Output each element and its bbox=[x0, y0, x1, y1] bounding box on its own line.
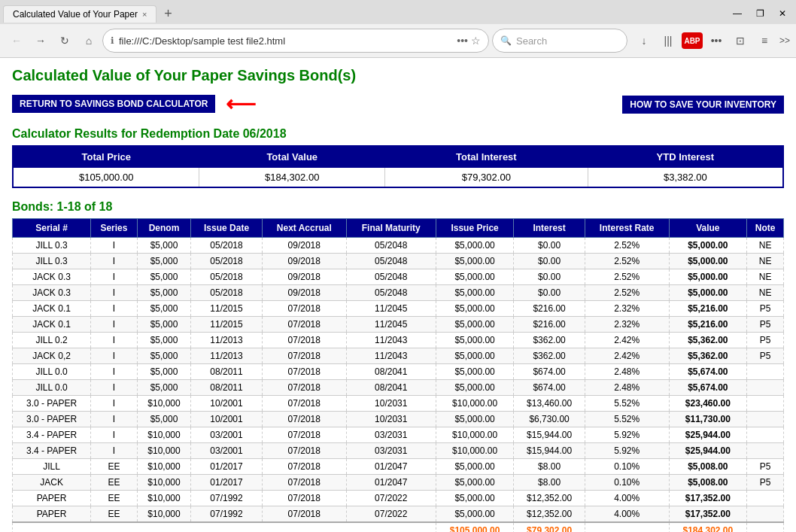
cell-3: 08/2011 bbox=[191, 364, 262, 380]
cell-value: $25,944.00 bbox=[669, 427, 747, 443]
arrow-decoration: ⟵ bbox=[226, 92, 256, 117]
cell-3: 07/1992 bbox=[191, 506, 262, 523]
cell-10 bbox=[747, 506, 784, 523]
forward-button[interactable]: → bbox=[30, 30, 51, 51]
cell-4: 07/2018 bbox=[262, 427, 346, 443]
cell-7: $0.00 bbox=[514, 285, 585, 301]
cell-7: $15,944.00 bbox=[514, 427, 585, 443]
totals-rate bbox=[585, 522, 669, 532]
more-options-button[interactable]: ••• bbox=[457, 35, 468, 47]
bonds-title: Bonds: 1-18 of 18 bbox=[12, 200, 784, 214]
cell-5: 07/2022 bbox=[346, 506, 436, 523]
cell-5: 10/2031 bbox=[346, 396, 436, 412]
cell-value: $17,352.00 bbox=[669, 491, 747, 506]
maximize-button[interactable]: ❐ bbox=[749, 3, 770, 24]
table-row: JACK 0,2I$5,00011/201307/201811/2043$5,0… bbox=[13, 348, 784, 364]
cell-8: 4.00% bbox=[585, 506, 669, 523]
minimize-button[interactable]: — bbox=[727, 3, 748, 24]
cell-2: $10,000 bbox=[137, 475, 191, 491]
totals-row: $105,000.00$79,302.00$184,302.00 bbox=[13, 522, 784, 532]
cell-4: 07/2018 bbox=[262, 412, 346, 427]
cell-value: $25,944.00 bbox=[669, 443, 747, 459]
active-tab[interactable]: Calculated Value of Your Paper × bbox=[3, 5, 156, 23]
totals-value: $184,302.00 bbox=[669, 522, 747, 532]
table-row: JILL 0.3I$5,00005/201809/201805/2048$5,0… bbox=[13, 238, 784, 254]
new-tab-button[interactable]: + bbox=[160, 5, 177, 23]
cell-10 bbox=[747, 380, 784, 396]
cell-7: $674.00 bbox=[514, 380, 585, 396]
refresh-button[interactable]: ↻ bbox=[54, 30, 75, 51]
cell-10: P5 bbox=[747, 475, 784, 491]
cell-10 bbox=[747, 396, 784, 412]
cell-4: 07/2018 bbox=[262, 364, 346, 380]
cell-10: P5 bbox=[747, 459, 784, 475]
cell-5: 03/2031 bbox=[346, 443, 436, 459]
cell-2: $5,000 bbox=[137, 317, 191, 333]
cell-value: $17,352.00 bbox=[669, 506, 747, 523]
cell-5: 11/2045 bbox=[346, 301, 436, 317]
cell-4: 09/2018 bbox=[262, 238, 346, 254]
col-denom: Denom bbox=[137, 219, 191, 238]
cell-1: I bbox=[91, 317, 138, 333]
cell-1: I bbox=[91, 269, 138, 285]
table-row: JILL 0.2I$5,00011/201307/201811/2043$5,0… bbox=[13, 333, 784, 348]
return-button[interactable]: RETURN TO SAVINGS BOND CALCULATOR bbox=[12, 95, 215, 113]
cell-6: $5,000.00 bbox=[436, 380, 514, 396]
bookmark-button[interactable]: ☆ bbox=[471, 35, 481, 47]
extensions-button[interactable]: ••• bbox=[706, 30, 727, 51]
cell-value: $11,730.00 bbox=[669, 412, 747, 427]
cell-value: $5,000.00 bbox=[669, 285, 747, 301]
cell-5: 05/2048 bbox=[346, 285, 436, 301]
page-content: Calculated Value of Your Paper Savings B… bbox=[0, 58, 796, 532]
toolbar-icons: ↓ ||| ABP ••• ⊡ ≡ bbox=[633, 30, 775, 51]
cell-0: 3.4 - PAPER bbox=[13, 443, 91, 459]
cell-2: $5,000 bbox=[137, 285, 191, 301]
cell-3: 11/2013 bbox=[191, 348, 262, 364]
col-series: Series bbox=[91, 219, 138, 238]
cell-2: $10,000 bbox=[137, 506, 191, 523]
cell-6: $5,000.00 bbox=[436, 254, 514, 269]
cell-4: 07/2018 bbox=[262, 380, 346, 396]
home-button[interactable]: ⌂ bbox=[78, 30, 99, 51]
cell-6: $10,000.00 bbox=[436, 443, 514, 459]
menu-button[interactable]: ≡ bbox=[754, 30, 775, 51]
cell-4: 07/2018 bbox=[262, 459, 346, 475]
cell-0: JACK 0,2 bbox=[13, 348, 91, 364]
cell-value: $5,362.00 bbox=[669, 348, 747, 364]
cell-10 bbox=[747, 364, 784, 380]
summary-table: Total Price Total Value Total Interest Y… bbox=[12, 145, 784, 188]
address-bar[interactable]: ℹ file:///C:/Desktop/sample test file2.h… bbox=[102, 29, 489, 53]
cell-0: JILL bbox=[13, 459, 91, 475]
download-button[interactable]: ↓ bbox=[633, 30, 655, 51]
save-inventory-button[interactable]: HOW TO SAVE YOUR INVENTORY bbox=[622, 96, 784, 114]
cell-6: $5,000.00 bbox=[436, 348, 514, 364]
back-button[interactable]: ← bbox=[6, 30, 27, 51]
close-button[interactable]: ✕ bbox=[772, 3, 793, 24]
table-row: JILL 0.3I$5,00005/201809/201805/2048$5,0… bbox=[13, 254, 784, 269]
table-row: JACKEE$10,00001/201707/201801/2047$5,000… bbox=[13, 475, 784, 491]
tab-close-icon[interactable]: × bbox=[142, 10, 147, 19]
cell-1: I bbox=[91, 301, 138, 317]
cell-6: $5,000.00 bbox=[436, 301, 514, 317]
sidebar-button[interactable]: ⊡ bbox=[730, 30, 751, 51]
cell-2: $10,000 bbox=[137, 491, 191, 506]
col-serial: Serial # bbox=[13, 219, 91, 238]
cell-1: EE bbox=[91, 491, 138, 506]
totals-label bbox=[13, 522, 436, 532]
cell-0: JACK 0.3 bbox=[13, 285, 91, 301]
search-bar[interactable]: 🔍 Search bbox=[492, 29, 627, 53]
cell-2: $5,000 bbox=[137, 364, 191, 380]
cell-4: 09/2018 bbox=[262, 269, 346, 285]
library-button[interactable]: ||| bbox=[658, 30, 679, 51]
col-final-maturity: Final Maturity bbox=[346, 219, 436, 238]
summary-total-price: $105,000.00 bbox=[13, 168, 199, 188]
cell-1: I bbox=[91, 443, 138, 459]
table-row: 3.4 - PAPERI$10,00003/200107/201803/2031… bbox=[13, 443, 784, 459]
tab-bar: Calculated Value of Your Paper × + — ❐ ✕ bbox=[0, 0, 796, 24]
adblock-button[interactable]: ABP bbox=[682, 32, 703, 49]
cell-3: 10/2001 bbox=[191, 412, 262, 427]
cell-4: 09/2018 bbox=[262, 285, 346, 301]
table-row: PAPEREE$10,00007/199207/201807/2022$5,00… bbox=[13, 506, 784, 523]
cell-3: 07/1992 bbox=[191, 491, 262, 506]
cell-8: 5.52% bbox=[585, 412, 669, 427]
